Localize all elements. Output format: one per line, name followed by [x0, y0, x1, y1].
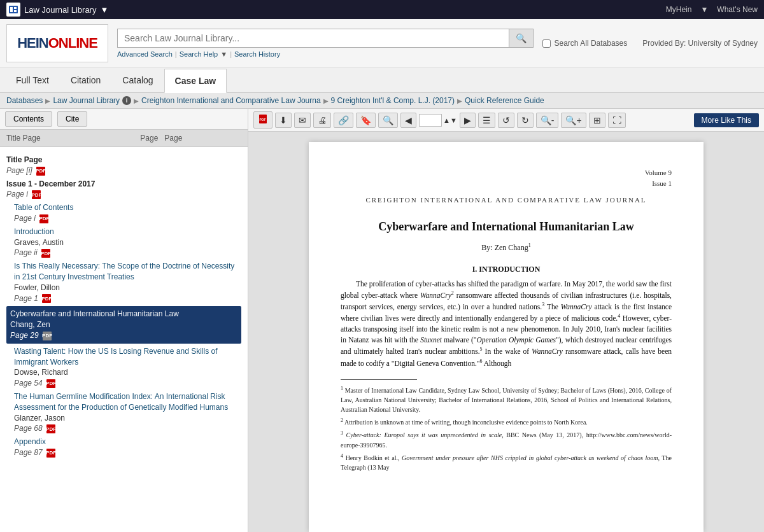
next-page-button[interactable]: ▶ [460, 113, 476, 128]
toc-issue-page: Page i [6, 190, 28, 199]
toc-wasting-link[interactable]: Wasting Talent: How the US Is Losing Rev… [14, 347, 218, 367]
main-layout: Contents Cite Title Page Page Page Title… [0, 109, 764, 532]
toc-appendix-link[interactable]: Appendix [14, 437, 46, 446]
toc-item-title-page: Title Page Page [i] PDF [6, 155, 241, 176]
toc-intro-page: Page ii [14, 248, 38, 257]
toc-wasting-author: Dowse, Richard [14, 368, 68, 377]
section-heading: I. INTRODUCTION [341, 263, 672, 275]
search-sub: Advanced Search | Search Help ▼ | Search… [117, 50, 534, 58]
expand-button[interactable]: ⛶ [608, 113, 626, 128]
toc-item-germline: The Human Germline Modification Index: A… [14, 391, 241, 434]
advanced-search-link[interactable]: Advanced Search [117, 50, 173, 58]
logo-image: HEINONLINE [6, 24, 108, 62]
rotate-right-button[interactable]: ↻ [517, 113, 534, 128]
search-input[interactable] [118, 29, 509, 47]
toc-toc-pdf[interactable]: PDF [39, 214, 48, 223]
zoom-out-button[interactable]: 🔍- [536, 113, 559, 128]
breadcrumb-databases[interactable]: Databases [6, 96, 43, 105]
search-all-area: Search All Databases [542, 39, 628, 48]
breadcrumb-volume[interactable]: 9 Creighton Int'l & Comp. L.J. (2017) [331, 96, 455, 105]
tab-catalog[interactable]: Catalog [111, 68, 164, 92]
breadcrumb-sep-3: ▶ [323, 97, 329, 104]
toc-germline-link[interactable]: The Human Germline Modification Index: A… [14, 392, 228, 412]
myhein-arrow[interactable]: ▼ [700, 5, 708, 14]
email-button[interactable]: ✉ [294, 113, 311, 128]
toc-wasting-pdf[interactable]: PDF [46, 379, 55, 388]
tab-citation[interactable]: Citation [60, 68, 111, 92]
toc-germline-author: Glanzer, Jason [14, 414, 65, 423]
toc-cyber-title: Cyberwarfare and International Humanitar… [10, 309, 179, 318]
zoom-in-button[interactable]: 🔍+ [561, 113, 586, 128]
toc-toc-link[interactable]: Table of Contents [14, 203, 73, 212]
search-bar: 🔍 [117, 29, 534, 48]
cite-button[interactable]: Cite [57, 111, 87, 127]
whats-new-link[interactable]: What's New [717, 5, 758, 14]
grid-view-button[interactable]: ⊞ [589, 113, 605, 128]
toc-item-toc: Table of Contents Page i PDF [14, 202, 241, 224]
toc-intro-link[interactable]: Introduction [14, 227, 54, 236]
footnote-2: 2 Attribution is unknown at time of writ… [341, 417, 672, 427]
footnote-3: 3 Cyber-attack: Europol says it was unpr… [341, 430, 672, 449]
page-number-input[interactable]: 29 [419, 114, 442, 127]
bookmark-button[interactable]: 🔖 [356, 113, 376, 128]
footnote-4: 4 Henry Bodkin et al., Government under … [341, 452, 672, 472]
toc-issue-pdf[interactable]: PDF [32, 190, 41, 199]
toc-wasting-page: Page 54 [14, 379, 43, 388]
toc-column-headers: Title Page Page Page [0, 130, 248, 147]
search-all-checkbox[interactable] [542, 39, 551, 48]
toc-cyber-pdf[interactable]: PDF [43, 332, 52, 340]
breadcrumb-law-journal[interactable]: Law Journal Library [53, 96, 120, 105]
toc-necessity-link[interactable]: Is This Really Necessary: The Scope of t… [14, 262, 234, 281]
top-bar-right: MyHein ▼ What's New [666, 5, 758, 14]
toc-appendix-page: Page 87 [14, 448, 43, 457]
breadcrumb-creighton[interactable]: Creighton International and Comparative … [141, 96, 321, 105]
toc-item-cyberwarfare[interactable]: Cyberwarfare and International Humanitar… [6, 306, 241, 343]
document-page: Volume 9 Issue 1 CREIGHTON INTERNATIONAL… [309, 142, 704, 532]
toc-intro-pdf[interactable]: PDF [41, 249, 50, 258]
print-button[interactable]: 🖨 [313, 113, 331, 128]
toc-necessity-page: Page 1 [14, 294, 38, 303]
app-name-label[interactable]: Law Journal Library [24, 5, 96, 15]
search-all-label: Search All Databases [555, 39, 628, 48]
breadcrumb-sep-4: ▶ [457, 97, 462, 104]
link-button[interactable]: 🔗 [334, 113, 353, 128]
toc-cyber-author: Chang, Zen [10, 320, 50, 329]
app-dropdown-arrow[interactable]: ▼ [100, 5, 108, 15]
top-bar: Law Journal Library ▼ MyHein ▼ What's Ne… [0, 0, 764, 19]
myhein-link[interactable]: MyHein [666, 5, 692, 14]
search-help-link[interactable]: Search Help [180, 50, 218, 58]
footnote-1: 1 Master of International Law Candidate,… [341, 385, 672, 414]
prev-page-button[interactable]: ◀ [400, 113, 416, 128]
contents-button[interactable]: Contents [5, 111, 52, 127]
journal-title: CREIGHTON INTERNATIONAL AND COMPARATIVE … [341, 195, 672, 206]
pdf-button[interactable]: PDF [253, 111, 272, 129]
toc-title-page-pdf[interactable]: PDF [36, 167, 45, 176]
toc-germline-pdf[interactable]: PDF [46, 424, 55, 433]
info-icon[interactable]: i [122, 96, 131, 105]
article-title: Cyberwarfare and International Humanitar… [341, 218, 672, 235]
search-help-arrow[interactable]: ▼ [220, 50, 227, 58]
toc-item-necessity: Is This Really Necessary: The Scope of t… [14, 261, 241, 304]
toc-toc-page: Page i [14, 214, 36, 223]
tab-full-text[interactable]: Full Text [5, 68, 60, 92]
more-like-this-button[interactable]: More Like This [694, 113, 759, 127]
app-icon [6, 3, 20, 17]
breadcrumb-quickref[interactable]: Quick Reference Guide [465, 96, 544, 105]
header: HEINONLINE 🔍 Advanced Search | Search He… [0, 19, 764, 68]
toc-intro-author: Graves, Austin [14, 238, 64, 247]
search-in-doc-button[interactable]: 🔍 [378, 113, 398, 128]
breadcrumb-sep-1: ▶ [45, 97, 50, 104]
list-view-button[interactable]: ☰ [478, 113, 495, 128]
search-button[interactable]: 🔍 [509, 29, 533, 47]
toc-appendix-pdf[interactable]: PDF [46, 449, 55, 458]
nav-tabs: Full Text Citation Catalog Case Law [0, 68, 764, 93]
rotate-left-button[interactable]: ↺ [498, 113, 514, 128]
doc-paragraph-1: The proliferation of cyber-attacks has s… [341, 279, 672, 369]
search-history-link[interactable]: Search History [234, 50, 280, 58]
download-button[interactable]: ⬇ [275, 113, 292, 128]
tab-case-law[interactable]: Case Law [164, 69, 227, 93]
author-sup: 1 [528, 242, 531, 248]
toc-item-appendix: Appendix Page 87 PDF [14, 437, 241, 458]
author-line: By: Zen Chang1 [341, 242, 672, 253]
toc-necessity-pdf[interactable]: PDF [42, 294, 51, 303]
